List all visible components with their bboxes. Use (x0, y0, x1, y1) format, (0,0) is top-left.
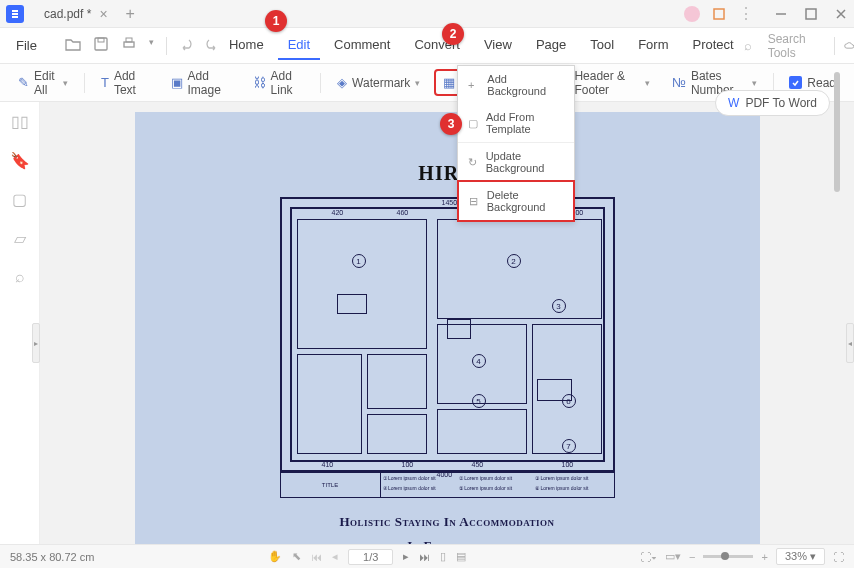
tab-home[interactable]: Home (219, 31, 274, 60)
print-icon[interactable] (121, 37, 137, 51)
tab-tool[interactable]: Tool (580, 31, 624, 60)
select-tool-icon[interactable]: ⬉ (292, 550, 301, 563)
delete-icon: ⊟ (469, 195, 479, 208)
pdf-to-word-label: PDF To Word (745, 96, 817, 110)
update-icon: ↻ (468, 156, 478, 169)
pdf-page: HIRO 1 2 3 4 5 6 7 (135, 112, 760, 544)
tab-page[interactable]: Page (526, 31, 576, 60)
svg-rect-5 (124, 42, 134, 47)
workspace: ▯▯ 🔖 ▢ ▱ ⌕ ▸ HIRO 1 2 3 (0, 102, 854, 544)
chevron-down-icon[interactable]: ▾ (149, 37, 154, 55)
redo-icon[interactable] (205, 37, 219, 51)
update-bg-label: Update Background (486, 150, 564, 174)
tab-view[interactable]: View (474, 31, 522, 60)
continuous-icon[interactable]: ▤ (456, 550, 466, 563)
add-text-label: Add Text (114, 69, 149, 97)
single-page-icon[interactable]: ▯ (440, 550, 446, 563)
update-background-item[interactable]: ↻ Update Background (458, 143, 574, 181)
pdf-to-word-button[interactable]: W PDF To Word (715, 90, 830, 116)
background-icon: ▦ (443, 75, 455, 90)
document-title: HIRO (135, 162, 760, 185)
add-background-item[interactable]: + Add Background (458, 66, 574, 104)
watermark-button[interactable]: ◈ Watermark ▾ (329, 70, 428, 95)
next-page-icon[interactable]: ▸ (403, 550, 409, 563)
undo-icon[interactable] (179, 37, 193, 51)
user-avatar[interactable] (684, 6, 700, 22)
attachment-icon[interactable]: ▢ (12, 190, 27, 209)
document-canvas[interactable]: HIRO 1 2 3 4 5 6 7 (40, 102, 854, 544)
add-text-button[interactable]: T Add Text (93, 64, 157, 102)
page-indicator[interactable]: 1/3 (348, 549, 393, 565)
delete-bg-label: Delete Background (487, 189, 563, 213)
tab-close-icon[interactable]: × (99, 6, 107, 22)
first-page-icon[interactable]: ⏮ (311, 551, 322, 563)
delete-background-item[interactable]: ⊟ Delete Background (457, 180, 575, 222)
tab-filename: cad.pdf * (44, 7, 91, 21)
svg-rect-2 (806, 9, 816, 19)
template-icon: ▢ (468, 117, 478, 130)
marker-2: 2 (442, 23, 464, 45)
kebab-menu-icon[interactable]: ⋮ (738, 4, 754, 23)
fit-width-icon[interactable]: ⛶▾ (640, 551, 657, 563)
thumbnails-icon[interactable]: ▯▯ (11, 112, 29, 131)
close-icon[interactable] (834, 7, 848, 21)
plus-icon: + (468, 79, 479, 91)
add-from-template-item[interactable]: ▢ Add From Template (458, 104, 574, 142)
add-image-label: Add Image (188, 69, 231, 97)
bookmark-icon[interactable]: 🔖 (10, 151, 30, 170)
last-page-icon[interactable]: ⏭ (419, 551, 430, 563)
add-link-button[interactable]: ⛓ Add Link (245, 64, 313, 102)
checkbox-icon (789, 76, 802, 89)
cloud-icon[interactable] (844, 39, 854, 53)
tab-add-icon[interactable]: + (126, 5, 135, 23)
search-tools-input[interactable]: Search Tools (762, 29, 824, 63)
edit-all-button[interactable]: ✎ Edit All ▾ (10, 64, 76, 102)
search-icon: ⌕ (744, 38, 752, 53)
tab-comment[interactable]: Comment (324, 31, 400, 60)
add-link-label: Add Link (271, 69, 305, 97)
read-label: Read (807, 76, 836, 90)
tab-form[interactable]: Form (628, 31, 678, 60)
zoom-slider[interactable] (703, 555, 753, 558)
view-mode-icon[interactable]: ▭▾ (665, 550, 681, 563)
prev-page-icon[interactable]: ◂ (332, 550, 338, 563)
zoom-out-icon[interactable]: − (689, 551, 695, 563)
expand-left-handle[interactable]: ▸ (32, 323, 40, 363)
bates-icon: № (672, 75, 686, 90)
minimize-icon[interactable] (774, 7, 788, 21)
hand-tool-icon[interactable]: ✋ (268, 550, 282, 563)
marker-1: 1 (265, 10, 287, 32)
background-dropdown: + Add Background ▢ Add From Template ↻ U… (457, 65, 575, 222)
word-icon: W (728, 96, 739, 110)
fullscreen-icon[interactable]: ⛶ (833, 551, 844, 563)
expand-right-handle[interactable]: ◂ (846, 323, 854, 363)
subtitle-1: Holistic Staying In Accommodation (135, 514, 760, 530)
maximize-icon[interactable] (804, 7, 818, 21)
floorplan: 1 2 3 4 5 6 7 1450 420 460 100 140 100 4… (280, 197, 615, 472)
zoom-in-icon[interactable]: + (761, 551, 767, 563)
titlebar: cad.pdf * × + ⋮ (0, 0, 854, 28)
vertical-scrollbar[interactable] (834, 72, 840, 192)
image-icon: ▣ (171, 75, 183, 90)
zoom-level[interactable]: 33% ▾ (776, 548, 825, 565)
file-menu[interactable]: File (10, 36, 43, 55)
menubar: File ▾ Home Edit Comment Convert View Pa… (0, 28, 854, 64)
watermark-icon: ◈ (337, 75, 347, 90)
title-block-label: TITLE (281, 473, 381, 497)
notification-icon[interactable] (712, 7, 726, 21)
add-image-button[interactable]: ▣ Add Image (163, 64, 239, 102)
add-template-label: Add From Template (486, 111, 564, 135)
app-logo (6, 5, 24, 23)
open-icon[interactable] (65, 37, 81, 51)
add-bg-label: Add Background (487, 73, 564, 97)
link-icon: ⛓ (253, 75, 266, 90)
tab-edit[interactable]: Edit (278, 31, 320, 60)
tab-protect[interactable]: Protect (682, 31, 743, 60)
document-tab[interactable]: cad.pdf * × (32, 0, 120, 27)
edit-all-label: Edit All (34, 69, 58, 97)
search-panel-icon[interactable]: ⌕ (15, 268, 25, 286)
save-icon[interactable] (93, 37, 109, 51)
layers-icon[interactable]: ▱ (14, 229, 26, 248)
svg-rect-3 (95, 38, 107, 50)
statusbar: 58.35 x 80.72 cm ✋ ⬉ ⏮ ◂ 1/3 ▸ ⏭ ▯ ▤ ⛶▾ … (0, 544, 854, 568)
